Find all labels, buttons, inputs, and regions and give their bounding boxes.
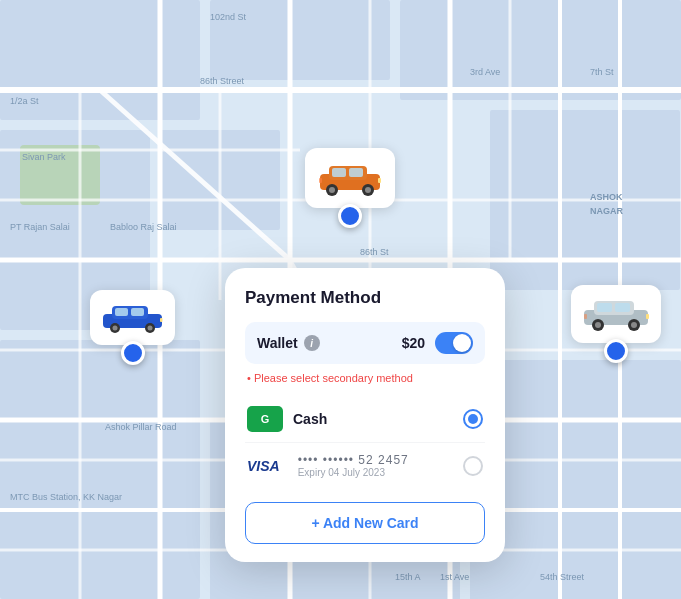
svg-rect-72 xyxy=(615,303,630,312)
cash-radio[interactable] xyxy=(463,409,483,429)
secondary-notice: • Please select secondary method xyxy=(245,372,485,384)
svg-rect-63 xyxy=(131,308,144,316)
wallet-right: $20 xyxy=(402,332,473,354)
svg-point-74 xyxy=(595,322,601,328)
wallet-amount: $20 xyxy=(402,335,425,351)
svg-text:1st Ave: 1st Ave xyxy=(440,572,469,582)
car-pin-blue xyxy=(121,341,145,365)
modal-title: Payment Method xyxy=(245,288,485,308)
svg-point-55 xyxy=(329,187,335,193)
svg-text:PT Rajan Salai: PT Rajan Salai xyxy=(10,222,70,232)
card-expiry: Expiry 04 July 2023 xyxy=(298,467,409,478)
svg-point-76 xyxy=(631,322,637,328)
svg-text:102nd St: 102nd St xyxy=(210,12,247,22)
blue-sedan-icon xyxy=(100,298,165,333)
visa-card-info: •••• •••••• 52 2457 Expiry 04 July 2023 xyxy=(298,453,409,478)
car-card-silver xyxy=(571,285,661,343)
svg-rect-3 xyxy=(400,0,681,100)
cash-label: Cash xyxy=(293,411,327,427)
svg-text:1/2a St: 1/2a St xyxy=(10,96,39,106)
car-marker-orange xyxy=(305,148,395,228)
svg-rect-58 xyxy=(378,178,381,183)
svg-text:Babloo Raj Salai: Babloo Raj Salai xyxy=(110,222,177,232)
visa-text: VISA xyxy=(247,458,280,474)
svg-rect-52 xyxy=(332,168,346,177)
svg-text:86th St: 86th St xyxy=(360,247,389,257)
payment-modal: Payment Method Wallet i $20 • Please sel… xyxy=(225,268,505,562)
car-marker-blue xyxy=(90,290,175,365)
svg-text:86th Street: 86th Street xyxy=(200,76,245,86)
svg-point-65 xyxy=(113,326,118,331)
svg-rect-7 xyxy=(0,340,200,599)
svg-text:ASHOK: ASHOK xyxy=(590,192,623,202)
svg-text:7th St: 7th St xyxy=(590,67,614,77)
svg-text:Sivan Park: Sivan Park xyxy=(22,152,66,162)
cash-option-left: G Cash xyxy=(247,406,327,432)
add-card-button[interactable]: + Add New Card xyxy=(245,502,485,544)
svg-point-57 xyxy=(365,187,371,193)
orange-suv-icon xyxy=(315,156,385,196)
svg-text:3rd Ave: 3rd Ave xyxy=(470,67,500,77)
car-marker-silver xyxy=(571,285,661,363)
svg-text:MTC Bus Station, KK Nagar: MTC Bus Station, KK Nagar xyxy=(10,492,122,502)
svg-point-67 xyxy=(148,326,153,331)
silver-sedan-icon xyxy=(581,293,651,331)
svg-rect-59 xyxy=(319,178,322,183)
car-card-blue xyxy=(90,290,175,345)
svg-text:Ashok Pillar Road: Ashok Pillar Road xyxy=(105,422,177,432)
info-icon[interactable]: i xyxy=(304,335,320,351)
svg-rect-78 xyxy=(584,314,587,319)
car-pin-silver xyxy=(604,339,628,363)
wallet-row: Wallet i $20 xyxy=(245,322,485,364)
svg-rect-77 xyxy=(646,314,649,319)
visa-option[interactable]: VISA •••• •••••• 52 2457 Expiry 04 July … xyxy=(245,443,485,488)
svg-rect-53 xyxy=(349,168,363,177)
wallet-left: Wallet i xyxy=(257,335,320,351)
visa-icon-wrap: VISA xyxy=(247,458,288,474)
car-card-orange xyxy=(305,148,395,208)
svg-text:NAGAR: NAGAR xyxy=(590,206,623,216)
cash-icon: G xyxy=(247,406,283,432)
svg-text:54th Street: 54th Street xyxy=(540,572,585,582)
wallet-toggle[interactable] xyxy=(435,332,473,354)
card-dots: •••• •••••• 52 2457 xyxy=(298,453,409,467)
svg-text:15th A: 15th A xyxy=(395,572,421,582)
cash-option[interactable]: G Cash xyxy=(245,396,485,443)
visa-radio[interactable] xyxy=(463,456,483,476)
svg-rect-71 xyxy=(597,303,612,312)
wallet-label: Wallet xyxy=(257,335,298,351)
svg-rect-68 xyxy=(160,318,163,322)
visa-option-left: VISA •••• •••••• 52 2457 Expiry 04 July … xyxy=(247,453,409,478)
car-pin-orange xyxy=(338,204,362,228)
svg-rect-62 xyxy=(115,308,128,316)
